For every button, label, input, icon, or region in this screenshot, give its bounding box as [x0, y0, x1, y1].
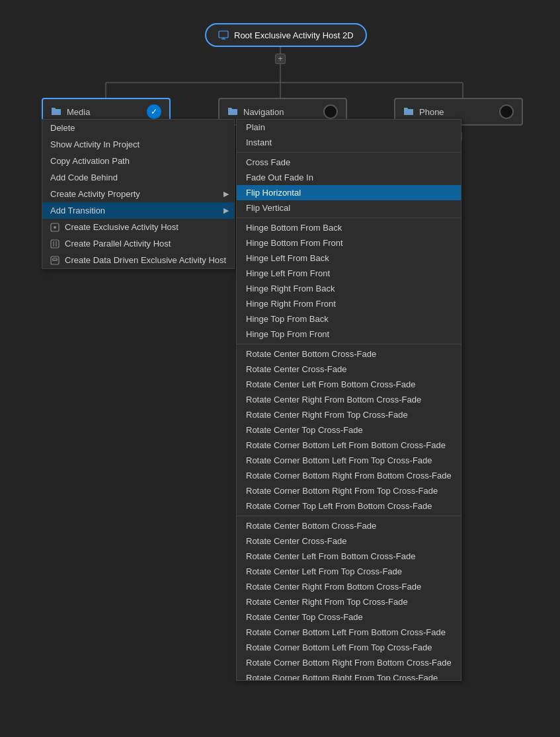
submenu-item-rotate-corner-bottom-right-from-bottom-cross-fade[interactable]: Rotate Corner Bottom Right From Bottom C… — [237, 468, 461, 483]
submenu-item-rotate-center-right-from-bottom-cross-fade[interactable]: Rotate Center Right From Bottom Cross-Fa… — [237, 392, 461, 407]
submenu-item-rotate-corner-bottom-right-from-top-cross-fade2[interactable]: Rotate Corner Bottom Right From Top Cros… — [237, 670, 461, 681]
submenu-item-rotate-center-cross-fade2[interactable]: Rotate Center Cross-Fade — [237, 533, 461, 549]
context-create-exclusive[interactable]: Create Exclusive Activity Host — [42, 219, 234, 235]
submenu-transitions: PlainInstantCross FadeFade Out Fade InFl… — [236, 119, 461, 681]
submenu-item-flip-vertical[interactable]: Flip Vertical — [237, 200, 461, 215]
submenu-item-hinge-top-from-front[interactable]: Hinge Top From Front — [237, 327, 461, 342]
submenu-item-rotate-center-top-cross-fade2[interactable]: Rotate Center Top Cross-Fade — [237, 609, 461, 625]
navigation-node-label: Navigation — [243, 107, 318, 117]
arrow-right-icon-transition: ▶ — [223, 206, 229, 215]
context-create-activity-property[interactable]: Create Activity Property ▶ — [42, 186, 234, 202]
arrow-right-icon: ▶ — [223, 190, 229, 198]
submenu-item-hinge-right-from-back[interactable]: Hinge Right From Back — [237, 281, 461, 296]
media-check-icon: ✓ — [147, 104, 161, 119]
submenu-separator-2 — [237, 152, 461, 153]
context-create-parallel[interactable]: Create Parallel Activity Host — [42, 235, 234, 252]
delete-label: Delete — [50, 123, 75, 133]
context-add-transition[interactable]: Add Transition ▶ — [42, 202, 234, 219]
submenu-separator-28 — [237, 516, 461, 516]
submenu-item-rotate-corner-top-left-from-bottom-cross-fade[interactable]: Rotate Corner Top Left From Bottom Cross… — [237, 498, 461, 514]
submenu-separator-16 — [237, 344, 461, 344]
create-activity-property-label: Create Activity Property — [50, 189, 140, 199]
add-transition-label: Add Transition — [50, 206, 105, 215]
root-node[interactable]: Root Exclusive Activity Host 2D — [205, 23, 367, 47]
submenu-item-rotate-center-top-cross-fade[interactable]: Rotate Center Top Cross-Fade — [237, 422, 461, 438]
media-node-label: Media — [67, 107, 141, 117]
submenu-item-rotate-center-bottom-cross-fade2[interactable]: Rotate Center Bottom Cross-Fade — [237, 518, 461, 533]
add-code-behind-label: Add Code Behind — [50, 173, 118, 182]
data-driven-icon — [50, 256, 60, 265]
submenu-item-rotate-corner-bottom-left-from-bottom-cross-fade[interactable]: Rotate Corner Bottom Left From Bottom Cr… — [237, 438, 461, 453]
submenu-item-rotate-center-right-from-top-cross-fade[interactable]: Rotate Center Right From Top Cross-Fade — [237, 407, 461, 422]
canvas: + Root Exclusive Activity Host 2D Media … — [0, 0, 560, 737]
root-node-label: Root Exclusive Activity Host 2D — [234, 30, 354, 40]
submenu-item-rotate-corner-bottom-left-from-top-cross-fade[interactable]: Rotate Corner Bottom Left From Top Cross… — [237, 453, 461, 468]
show-activity-label: Show Activity In Project — [50, 139, 140, 149]
create-parallel-label: Create Parallel Activity Host — [65, 239, 171, 249]
submenu-item-plain[interactable]: Plain — [237, 120, 461, 135]
submenu-item-rotate-center-bottom-cross-fade[interactable]: Rotate Center Bottom Cross-Fade — [237, 346, 461, 362]
submenu-item-cross-fade[interactable]: Cross Fade — [237, 155, 461, 170]
submenu-item-hinge-right-from-front[interactable]: Hinge Right From Front — [237, 296, 461, 311]
submenu-item-rotate-center-right-from-bottom-cross-fade2[interactable]: Rotate Center Right From Bottom Cross-Fa… — [237, 579, 461, 594]
context-show-activity[interactable]: Show Activity In Project — [42, 136, 234, 153]
submenu-item-instant[interactable]: Instant — [237, 135, 461, 150]
submenu-item-hinge-top-from-back[interactable]: Hinge Top From Back — [237, 311, 461, 327]
phone-node-label: Phone — [419, 107, 494, 117]
svg-rect-6 — [219, 31, 228, 38]
exclusive-icon — [50, 223, 60, 232]
monitor-icon — [218, 30, 229, 40]
submenu-item-fade-out-fade-in[interactable]: Fade Out Fade In — [237, 170, 461, 185]
copy-activation-label: Copy Activation Path — [50, 156, 130, 166]
submenu-item-hinge-left-from-back[interactable]: Hinge Left From Back — [237, 251, 461, 266]
svg-point-15 — [52, 258, 58, 260]
context-add-code-behind[interactable]: Add Code Behind — [42, 169, 234, 186]
folder-icon-nav — [227, 106, 238, 118]
root-plus-button[interactable]: + — [275, 54, 286, 64]
submenu-item-rotate-center-left-from-bottom-cross-fade2[interactable]: Rotate Center Left From Bottom Cross-Fad… — [237, 549, 461, 564]
submenu-item-hinge-bottom-from-front[interactable]: Hinge Bottom From Front — [237, 235, 461, 251]
context-delete[interactable]: Delete — [42, 120, 234, 136]
context-create-data-driven[interactable]: Create Data Driven Exclusive Activity Ho… — [42, 252, 234, 268]
submenu-item-hinge-left-from-front[interactable]: Hinge Left From Front — [237, 266, 461, 281]
navigation-circle-icon — [323, 104, 338, 119]
submenu-item-rotate-center-left-from-top-cross-fade[interactable]: Rotate Center Left From Top Cross-Fade — [237, 564, 461, 579]
context-copy-activation[interactable]: Copy Activation Path — [42, 153, 234, 169]
submenu-item-rotate-corner-bottom-left-from-bottom-cross-fade2[interactable]: Rotate Corner Bottom Left From Bottom Cr… — [237, 625, 461, 640]
create-exclusive-label: Create Exclusive Activity Host — [65, 222, 179, 232]
submenu-item-rotate-corner-bottom-right-from-top-cross-fade[interactable]: Rotate Corner Bottom Right From Top Cros… — [237, 483, 461, 498]
folder-icon-phone — [403, 106, 414, 118]
submenu-item-rotate-center-cross-fade[interactable]: Rotate Center Cross-Fade — [237, 362, 461, 377]
submenu-item-rotate-corner-bottom-left-from-top-cross-fade2[interactable]: Rotate Corner Bottom Left From Top Cross… — [237, 640, 461, 655]
svg-point-10 — [54, 226, 56, 229]
submenu-item-hinge-bottom-from-back[interactable]: Hinge Bottom From Back — [237, 220, 461, 235]
submenu-item-rotate-center-left-from-bottom-cross-fade[interactable]: Rotate Center Left From Bottom Cross-Fad… — [237, 377, 461, 392]
submenu-item-flip-horizontal[interactable]: Flip Horizontal — [237, 185, 461, 200]
context-menu: Delete Show Activity In Project Copy Act… — [42, 119, 235, 269]
svg-rect-11 — [51, 240, 59, 248]
submenu-item-rotate-corner-bottom-right-from-bottom-cross-fade2[interactable]: Rotate Corner Bottom Right From Bottom C… — [237, 655, 461, 670]
submenu-separator-7 — [237, 217, 461, 218]
folder-icon — [51, 106, 61, 118]
parallel-icon — [50, 239, 60, 249]
create-data-driven-label: Create Data Driven Exclusive Activity Ho… — [65, 255, 226, 265]
submenu-item-rotate-center-right-from-top-cross-fade2[interactable]: Rotate Center Right From Top Cross-Fade — [237, 594, 461, 609]
phone-circle-icon — [499, 104, 514, 119]
